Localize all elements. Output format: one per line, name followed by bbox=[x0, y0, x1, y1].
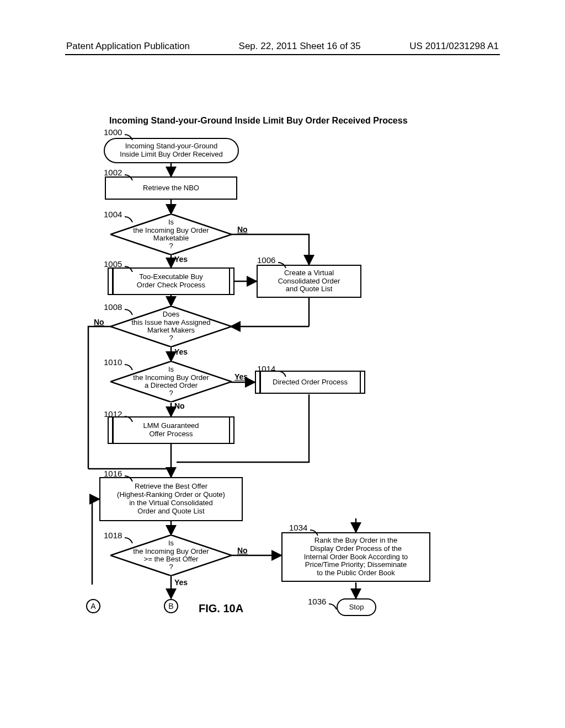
connector-b: B bbox=[164, 599, 178, 613]
decision-1018: Is the Incoming Buy Order >= the Best Of… bbox=[110, 535, 232, 576]
edge-1004-no: No bbox=[237, 225, 248, 234]
ref-hooks-svg bbox=[0, 0, 565, 728]
page-header: Patent Application Publication Sep. 22, … bbox=[0, 41, 565, 52]
process-1002: Retrieve the NBO bbox=[105, 176, 237, 200]
edge-1018-yes: Yes bbox=[174, 578, 188, 587]
figure-caption: FIG. 10A bbox=[199, 602, 243, 615]
header-rule bbox=[65, 54, 500, 55]
flowchart-arrows bbox=[0, 0, 565, 728]
ref-1000: 1000 bbox=[104, 127, 122, 137]
flowchart-title: Incoming Stand-your-Ground Inside Limit … bbox=[109, 116, 408, 126]
predefined-1012: LMM Guaranteed Offer Process bbox=[108, 416, 234, 444]
edge-1008-no: No bbox=[94, 318, 104, 326]
process-1006: Create a Virtual Consolidated Order and … bbox=[257, 265, 361, 298]
ref-1036: 1036 bbox=[308, 597, 326, 606]
header-mid: Sep. 22, 2011 Sheet 16 of 35 bbox=[239, 41, 361, 52]
edge-1010-no: No bbox=[174, 402, 185, 410]
edge-1008-yes: Yes bbox=[174, 347, 188, 356]
decision-1018-text: Is the Incoming Buy Order >= the Best Of… bbox=[110, 535, 232, 576]
predefined-1014: Directed Order Process bbox=[255, 371, 365, 394]
decision-1008-text: Does this Issue have Assigned Market Mak… bbox=[110, 306, 232, 347]
edge-1018-no: No bbox=[237, 546, 248, 555]
terminator-1000: Incoming Stand-your-Ground Inside Limit … bbox=[104, 138, 239, 163]
predefined-1005: Too-Executable Buy Order Check Process bbox=[108, 267, 234, 295]
ref-1002: 1002 bbox=[104, 168, 122, 177]
edge-1010-yes: Yes bbox=[234, 372, 248, 381]
decision-1010: Is the Incoming Buy Order a Directed Ord… bbox=[110, 361, 232, 402]
terminator-1036: Stop bbox=[337, 598, 376, 616]
ref-1006: 1006 bbox=[257, 255, 275, 265]
process-1034: Rank the Buy Order in the Display Order … bbox=[281, 532, 430, 582]
decision-1004: Is the Incoming Buy Order Marketable ? bbox=[110, 214, 232, 255]
ref-1034: 1034 bbox=[289, 523, 307, 532]
connector-a: A bbox=[86, 599, 100, 613]
decision-1004-text: Is the Incoming Buy Order Marketable ? bbox=[110, 214, 232, 255]
header-right: US 2011/0231298 A1 bbox=[409, 41, 499, 52]
header-left: Patent Application Publication bbox=[66, 41, 190, 52]
edge-1004-yes: Yes bbox=[174, 255, 188, 264]
decision-1008: Does this Issue have Assigned Market Mak… bbox=[110, 306, 232, 347]
page: Patent Application Publication Sep. 22, … bbox=[0, 0, 565, 728]
decision-1010-text: Is the Incoming Buy Order a Directed Ord… bbox=[110, 361, 232, 402]
process-1016: Retrieve the Best Offer (Highest-Ranking… bbox=[99, 477, 243, 521]
